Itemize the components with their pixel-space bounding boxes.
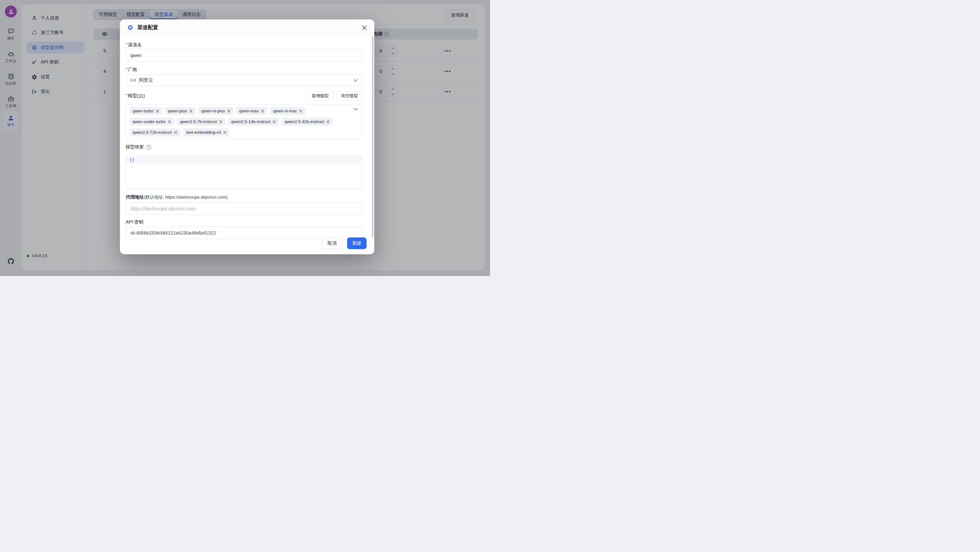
model-tag: qwen2.5-72b-instruct	[130, 128, 180, 136]
vendor-value: 阿里云	[139, 77, 153, 83]
remove-tag-icon[interactable]	[299, 109, 302, 113]
modal-header: 渠道配置	[120, 19, 374, 36]
remove-tag-icon[interactable]	[261, 109, 264, 113]
help-icon[interactable]: ?	[146, 145, 151, 150]
model-tag: qwen-vl-plus	[198, 107, 233, 115]
vendor-label: * 厂商	[126, 67, 362, 73]
remove-tag-icon[interactable]	[156, 109, 159, 113]
models-label: * 模型(11)	[126, 93, 145, 98]
api-key-label: API 密钥	[126, 220, 362, 225]
model-tag: text-embedding-v3	[183, 128, 229, 136]
clear-models-button[interactable]: 清空模型	[336, 91, 362, 101]
model-tag: qwen-coder-turbo	[130, 117, 174, 126]
remove-tag-icon[interactable]	[326, 120, 329, 124]
remove-tag-icon[interactable]	[168, 120, 171, 124]
model-tag: qwen-plus	[165, 107, 196, 115]
required-asterisk: *	[126, 93, 127, 97]
vendor-select[interactable]: 阿里云	[126, 75, 362, 86]
aliyun-icon	[130, 78, 136, 83]
required-asterisk: *	[126, 67, 127, 71]
remove-tag-icon[interactable]	[174, 131, 177, 134]
model-tag: qwen-turbo	[130, 107, 162, 115]
proxy-address-label: 代理地址 (默认地址: https://dashscope.aliyuncs.c…	[126, 194, 362, 200]
model-tag: qwen-vl-max	[270, 107, 305, 115]
model-tags-field[interactable]: qwen-turbo qwen-plus qwen-vl-plus qwen-m…	[126, 104, 362, 139]
channel-name-label: * 渠道名	[126, 43, 362, 48]
model-tag: qwen-max	[236, 107, 267, 115]
model-tag: qwen2.5-32b-instruct	[282, 117, 332, 126]
models-header-row: * 模型(11) 新增模型 清空模型	[126, 91, 362, 101]
modal-title: 渠道配置	[137, 24, 158, 31]
remove-tag-icon[interactable]	[219, 120, 222, 124]
create-button[interactable]: 新建	[347, 238, 366, 249]
gear-icon	[127, 24, 134, 31]
add-model-button[interactable]: 新增模型	[307, 91, 333, 101]
editor-line: {}	[126, 156, 362, 163]
modal-footer: 取消 新建	[322, 238, 366, 249]
cancel-button[interactable]: 取消	[322, 238, 342, 249]
modal-body: * 渠道名 * 厂商 阿里云 * 模型(11) 新增模型 清空模型	[120, 36, 374, 239]
proxy-default-hint: (默认地址: https://dashscope.aliyuncs.com)	[144, 194, 228, 200]
remove-tag-icon[interactable]	[223, 131, 226, 134]
model-mapping-label: 模型映射 ?	[126, 144, 362, 150]
model-tag: qwen2.5-14b-instruct	[228, 117, 279, 126]
close-icon[interactable]	[362, 25, 367, 30]
chevron-down-icon[interactable]	[353, 108, 358, 111]
modal-scrollbar[interactable]	[372, 36, 374, 237]
chevron-down-icon	[353, 79, 358, 82]
remove-tag-icon[interactable]	[272, 120, 276, 124]
required-asterisk: *	[126, 42, 127, 47]
model-tag: qwen2.5-7b-instruct	[177, 117, 225, 126]
remove-tag-icon[interactable]	[227, 109, 231, 113]
model-mapping-editor[interactable]: {}	[126, 156, 362, 189]
proxy-address-input[interactable]	[126, 203, 362, 215]
channel-name-input[interactable]	[126, 49, 362, 62]
remove-tag-icon[interactable]	[189, 109, 192, 113]
channel-config-modal: 渠道配置 * 渠道名 * 厂商 阿里云 * 模型(11)	[120, 19, 374, 254]
